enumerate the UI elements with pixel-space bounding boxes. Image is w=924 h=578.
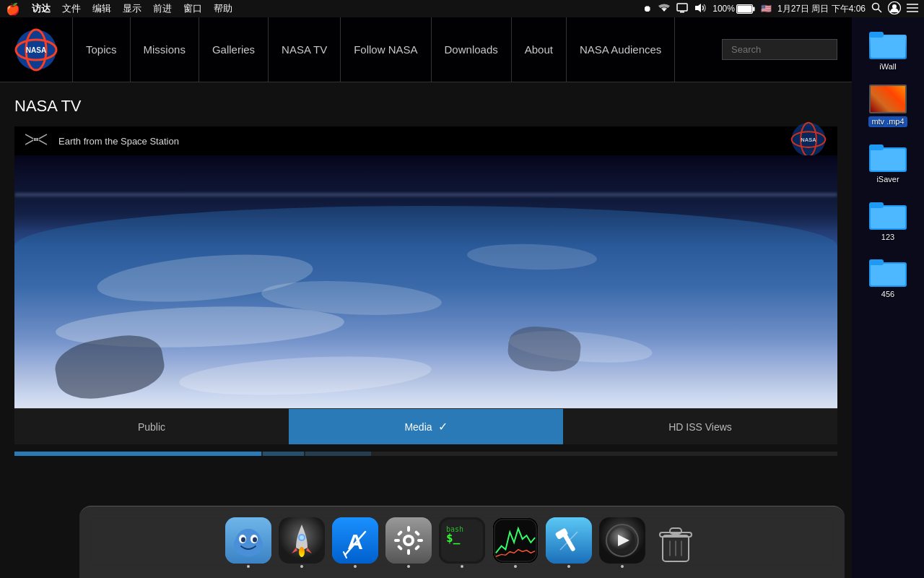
terminal-dot [461, 565, 463, 568]
svg-point-43 [235, 529, 261, 555]
launchpad-dot [300, 565, 303, 568]
nasa-logo[interactable]: NASA [14, 28, 58, 72]
user-icon[interactable] [888, 1, 901, 17]
svg-rect-29 [871, 36, 905, 58]
tv-caption: Earth from the Space Station [25, 134, 185, 148]
nav-nasa-audiences[interactable]: NASA Audiences [567, 17, 675, 82]
folder-456-label: 456 [881, 290, 894, 299]
svg-rect-62 [417, 539, 423, 542]
volume-icon [694, 3, 707, 15]
svg-point-6 [873, 4, 879, 10]
menu-go[interactable]: 前进 [147, 2, 178, 15]
tv-caption-text: Earth from the Space Station [53, 134, 185, 148]
check-icon: ✓ [438, 420, 448, 434]
iwall-label: iWall [879, 62, 896, 72]
launchpad-icon [279, 517, 325, 564]
finder-dot [247, 565, 250, 568]
nav-follow-nasa[interactable]: Follow NASA [341, 17, 431, 82]
desktop-icon-123[interactable]: 123 [866, 195, 910, 245]
record-icon[interactable]: ⏺ [643, 4, 652, 14]
menu-file[interactable]: 文件 [56, 2, 87, 15]
menu-edit[interactable]: 编辑 [87, 2, 117, 15]
dock-terminal[interactable]: $_ bash [439, 517, 485, 568]
svg-text:NASA: NASA [801, 137, 816, 143]
isaver-label: iSaver [876, 175, 899, 184]
svg-rect-0 [677, 4, 687, 11]
dock-settings[interactable] [385, 517, 432, 568]
activity-dot [514, 565, 517, 568]
folder-123-label: 123 [881, 233, 894, 242]
dock-quicktime[interactable] [599, 517, 645, 568]
tab-public[interactable]: Public [14, 408, 289, 444]
nav-galleries[interactable]: Galleries [199, 17, 269, 82]
desktop-icon-mtvmp4[interactable]: mtv .mp4 [866, 82, 910, 130]
nav-about[interactable]: About [512, 17, 567, 82]
earth-view [14, 155, 837, 408]
progress-bar[interactable] [14, 452, 837, 456]
tab-hd-iss[interactable]: HD ISS Views [563, 408, 837, 444]
svg-marker-2 [695, 4, 701, 12]
svg-point-47 [253, 537, 257, 542]
iwall-folder-icon [869, 27, 907, 59]
nav-missions[interactable]: Missions [131, 17, 199, 82]
svg-point-46 [241, 537, 245, 542]
battery-percent: 100% [712, 4, 735, 14]
menu-help[interactable]: 帮助 [208, 2, 238, 15]
svg-point-22 [35, 138, 38, 141]
dock-activity-monitor[interactable] [492, 517, 539, 568]
dock-finder[interactable] [225, 517, 271, 568]
desktop: NASA Topics Missions Galleries NASA TV F… [0, 17, 924, 578]
svg-text:NASA: NASA [26, 46, 46, 54]
apple-menu[interactable]: 🍎 [6, 2, 20, 16]
svg-line-7 [879, 9, 882, 13]
svg-text:bash: bash [446, 525, 463, 533]
svg-line-18 [25, 134, 33, 139]
svg-rect-32 [871, 149, 905, 171]
quicktime-dot [621, 565, 624, 568]
nav-links: Topics Missions Galleries NASA TV Follow… [72, 17, 722, 82]
svg-rect-30 [869, 32, 884, 38]
tv-viewer: Earth from the Space Station NASA [14, 126, 837, 444]
isaver-folder-icon [869, 140, 907, 172]
wifi-icon [658, 3, 671, 15]
dock-launchpad[interactable] [279, 517, 325, 568]
folder-456-icon [869, 255, 907, 287]
list-icon[interactable] [907, 3, 918, 15]
dock-appstore[interactable]: A [332, 517, 378, 568]
trash-icon [653, 519, 699, 566]
dock-trash[interactable] [653, 519, 699, 566]
svg-rect-60 [407, 549, 410, 555]
tab-hd-iss-label: HD ISS Views [668, 421, 732, 433]
svg-rect-59 [407, 526, 410, 532]
battery-indicator: 100% [712, 4, 755, 14]
nav-search-input[interactable] [722, 39, 837, 60]
nav-downloads[interactable]: Downloads [432, 17, 512, 82]
svg-rect-38 [871, 264, 905, 285]
spotlight-icon[interactable] [871, 2, 882, 15]
folder-123-icon [869, 198, 907, 230]
mtvmp4-label: mtv .mp4 [868, 116, 907, 127]
svg-rect-5 [737, 5, 751, 12]
browser-window: NASA Topics Missions Galleries NASA TV F… [0, 17, 852, 578]
menu-view[interactable]: 显示 [117, 2, 147, 15]
channel-tabs: Public Media ✓ HD ISS Views [14, 408, 837, 444]
appstore-icon: A [332, 517, 378, 564]
page-content: NASA TV [0, 82, 852, 578]
mtvmp4-thumbnail [871, 86, 905, 112]
mtvmp4-preview [869, 85, 907, 113]
svg-rect-4 [753, 7, 755, 11]
app-name[interactable]: 访达 [26, 2, 56, 15]
svg-line-20 [39, 134, 47, 139]
desktop-icon-456[interactable]: 456 [866, 252, 910, 302]
xcode-dot [567, 565, 570, 568]
tv-top-bar: Earth from the Space Station NASA [14, 126, 837, 155]
nav-nasa-tv[interactable]: NASA TV [269, 17, 341, 82]
svg-rect-39 [869, 259, 884, 265]
desktop-icon-isaver[interactable]: iSaver [866, 137, 910, 187]
tab-media[interactable]: Media ✓ [289, 408, 563, 444]
desktop-icon-iwall[interactable]: iWall [866, 25, 910, 74]
menu-window[interactable]: 窗口 [178, 2, 208, 15]
nav-topics[interactable]: Topics [72, 17, 131, 82]
settings-icon [385, 517, 432, 564]
dock-xcode[interactable] [546, 517, 592, 568]
